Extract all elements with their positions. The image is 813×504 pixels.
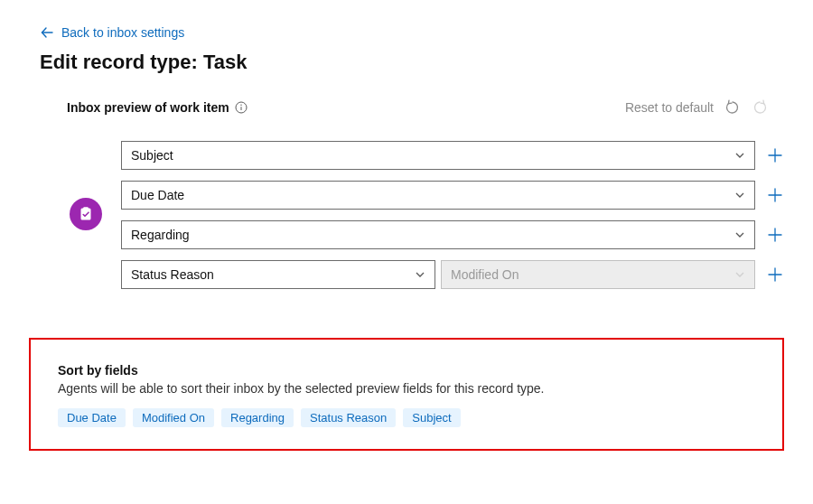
field-select-row-2[interactable]: Due Date bbox=[121, 181, 755, 210]
field-select-value: Due Date bbox=[131, 188, 184, 202]
svg-rect-4 bbox=[81, 209, 91, 220]
back-link-label: Back to inbox settings bbox=[61, 25, 184, 40]
field-select-row-4-left[interactable]: Status Reason bbox=[121, 260, 435, 289]
field-select-row-4-right: Modified On bbox=[441, 260, 755, 289]
field-select-value: Status Reason bbox=[131, 267, 214, 282]
add-field-button-row-1[interactable] bbox=[766, 146, 784, 164]
sort-by-fields-title: Sort by fields bbox=[58, 363, 762, 378]
field-select-row-1[interactable]: Subject bbox=[121, 141, 755, 170]
chevron-down-icon bbox=[733, 267, 747, 282]
sort-by-fields-description: Agents will be able to sort their inbox … bbox=[58, 381, 762, 396]
sort-chip[interactable]: Modified On bbox=[133, 408, 214, 427]
add-field-button-row-4[interactable] bbox=[766, 266, 784, 284]
task-type-icon bbox=[70, 198, 102, 230]
svg-point-2 bbox=[240, 105, 241, 106]
field-select-row-3[interactable]: Regarding bbox=[121, 220, 755, 249]
sort-chip[interactable]: Subject bbox=[403, 408, 460, 427]
add-field-button-row-2[interactable] bbox=[766, 186, 784, 204]
add-field-button-row-3[interactable] bbox=[766, 226, 784, 244]
sort-chip[interactable]: Due Date bbox=[58, 408, 126, 427]
chevron-down-icon bbox=[733, 148, 747, 163]
chevron-down-icon bbox=[733, 228, 747, 242]
page-title: Edit record type: Task bbox=[40, 51, 784, 74]
redo-icon bbox=[752, 99, 768, 116]
sort-by-fields-panel: Sort by fields Agents will be able to so… bbox=[29, 338, 784, 451]
sort-chip[interactable]: Status Reason bbox=[301, 408, 396, 427]
undo-icon[interactable] bbox=[724, 99, 741, 116]
field-select-value: Subject bbox=[131, 148, 173, 163]
chevron-down-icon bbox=[413, 267, 427, 282]
field-select-value: Regarding bbox=[131, 228, 190, 242]
svg-rect-5 bbox=[83, 207, 89, 210]
reset-to-default-link[interactable]: Reset to default bbox=[625, 100, 714, 115]
chevron-down-icon bbox=[733, 188, 747, 202]
info-icon[interactable] bbox=[235, 101, 248, 114]
preview-section-label: Inbox preview of work item bbox=[67, 100, 248, 115]
back-to-inbox-settings-link[interactable]: Back to inbox settings bbox=[40, 25, 184, 40]
sort-chip[interactable]: Regarding bbox=[221, 408, 294, 427]
arrow-left-icon bbox=[40, 25, 54, 40]
field-select-value: Modified On bbox=[451, 267, 519, 282]
